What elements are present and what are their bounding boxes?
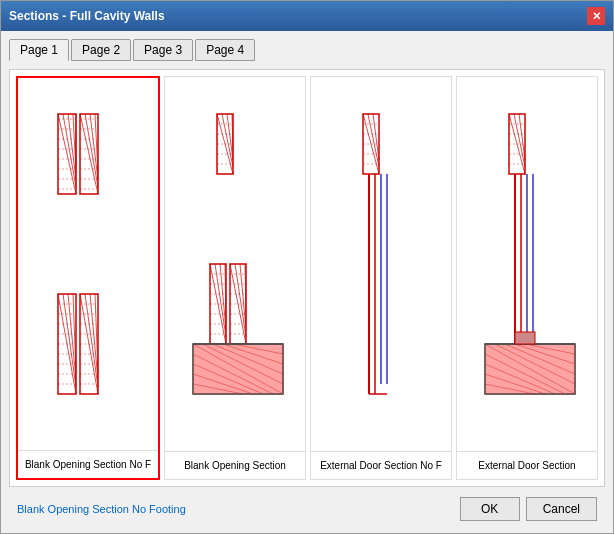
- panel-blank-opening[interactable]: Blank Opening Section: [164, 76, 306, 480]
- bottom-link[interactable]: Blank Opening Section No Footing: [17, 503, 186, 515]
- panel1-preview: [18, 78, 158, 450]
- svg-line-57: [222, 114, 233, 167]
- tab-page2[interactable]: Page 2: [71, 39, 131, 61]
- title-bar: Sections - Full Cavity Walls ✕: [1, 1, 613, 31]
- svg-line-104: [368, 114, 379, 167]
- panel1-label: Blank Opening Section No F: [18, 450, 158, 478]
- panel4-preview: [457, 77, 597, 451]
- svg-rect-139: [485, 344, 575, 394]
- bottom-bar: Blank Opening Section No Footing OK Canc…: [9, 491, 605, 525]
- svg-line-67: [215, 264, 226, 337]
- tab-page4[interactable]: Page 4: [195, 39, 255, 61]
- svg-line-79: [235, 264, 246, 337]
- panel3-preview: [311, 77, 451, 451]
- panel1-svg: [28, 94, 148, 434]
- main-dialog: Sections - Full Cavity Walls ✕ Page 1 Pa…: [0, 0, 614, 534]
- panel4-svg: [467, 94, 587, 434]
- close-button[interactable]: ✕: [587, 7, 605, 25]
- tab-page3[interactable]: Page 3: [133, 39, 193, 61]
- panel2-label: Blank Opening Section: [165, 451, 305, 479]
- sections-grid: Blank Opening Section No F: [9, 69, 605, 487]
- tab-bar: Page 1 Page 2 Page 3 Page 4: [9, 39, 605, 61]
- panel4-label: External Door Section: [457, 451, 597, 479]
- svg-line-118: [514, 114, 525, 167]
- action-buttons: OK Cancel: [460, 497, 597, 521]
- ok-button[interactable]: OK: [460, 497, 520, 521]
- svg-rect-99: [193, 344, 283, 394]
- panel2-preview: [165, 77, 305, 451]
- panel-blank-opening-no-footing[interactable]: Blank Opening Section No F: [16, 76, 160, 480]
- dialog-title: Sections - Full Cavity Walls: [9, 9, 165, 23]
- tab-page1[interactable]: Page 1: [9, 39, 69, 61]
- dialog-content: Page 1 Page 2 Page 3 Page 4: [1, 31, 613, 533]
- panel-ext-door-no-footing[interactable]: External Door Section No F: [310, 76, 452, 480]
- panel3-label: External Door Section No F: [311, 451, 451, 479]
- panel3-svg: [321, 94, 441, 434]
- panel2-svg: [175, 94, 295, 434]
- cancel-button[interactable]: Cancel: [526, 497, 597, 521]
- svg-rect-142: [515, 332, 535, 344]
- panel-ext-door[interactable]: External Door Section: [456, 76, 598, 480]
